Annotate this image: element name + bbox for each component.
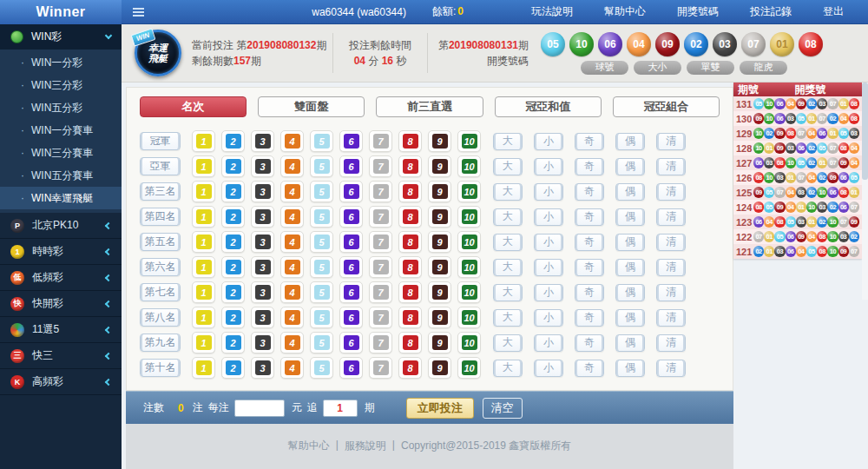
number-tile-button[interactable]: 8 [398, 281, 422, 303]
number-tile-button[interactable]: 3 [251, 256, 274, 278]
number-tile-button[interactable]: 10 [457, 206, 481, 228]
number-tile-button[interactable]: 1 [192, 256, 215, 278]
number-tile-button[interactable]: 3 [251, 307, 274, 328]
number-tile-button[interactable]: 1 [192, 155, 215, 177]
sidebar-section[interactable]: K高頻彩 [0, 369, 122, 395]
number-tile-button[interactable]: 5 [310, 256, 333, 278]
footer-service-link[interactable]: 服務說明 [345, 439, 386, 469]
number-tile-button[interactable]: 4 [280, 357, 304, 379]
number-tile-button[interactable]: 5 [310, 181, 333, 202]
number-tile-button[interactable]: 5 [310, 307, 333, 328]
option-button[interactable]: 小 [534, 133, 563, 150]
number-tile-button[interactable]: 7 [369, 256, 392, 278]
option-button[interactable]: 奇 [575, 259, 604, 276]
number-tile-button[interactable]: 5 [310, 231, 333, 253]
rank-label-button[interactable]: 冠軍 [140, 132, 181, 150]
sidebar-subitem[interactable]: ·WIN幸運飛艇 [0, 187, 122, 209]
topbar-link[interactable]: 投注記錄 [734, 5, 807, 17]
number-tile-button[interactable]: 9 [428, 256, 451, 278]
number-tile-button[interactable]: 3 [251, 357, 274, 379]
number-tile-button[interactable]: 5 [310, 130, 333, 152]
sidebar-section[interactable]: 1時時彩 [0, 239, 122, 265]
number-tile-button[interactable]: 10 [457, 307, 481, 328]
option-button[interactable]: 大 [493, 158, 523, 175]
number-tile-button[interactable]: 3 [251, 130, 274, 152]
number-tile-button[interactable]: 10 [457, 155, 481, 177]
number-tile-button[interactable]: 9 [428, 155, 451, 177]
rank-label-button[interactable]: 第十名 [140, 359, 181, 377]
number-tile-button[interactable]: 4 [280, 130, 304, 152]
topbar-link[interactable]: 登出 [807, 5, 859, 17]
number-tile-button[interactable]: 5 [310, 357, 333, 379]
option-button[interactable]: 偶 [615, 334, 645, 352]
number-tile-button[interactable]: 3 [251, 332, 274, 353]
bet-amount-input[interactable] [234, 400, 285, 417]
number-tile-button[interactable]: 2 [221, 155, 245, 177]
option-button[interactable]: 大 [493, 133, 523, 150]
option-button[interactable]: 大 [493, 334, 523, 352]
number-tile-button[interactable]: 7 [369, 332, 392, 353]
number-tile-button[interactable]: 10 [457, 281, 481, 303]
option-button[interactable]: 清 [656, 284, 686, 301]
option-button[interactable]: 偶 [615, 183, 645, 201]
sidebar-group-win[interactable]: WIN彩 [0, 24, 122, 50]
number-tile-button[interactable]: 7 [369, 357, 392, 379]
number-tile-button[interactable]: 2 [221, 256, 245, 278]
option-button[interactable]: 大 [493, 309, 523, 327]
number-tile-button[interactable]: 4 [280, 231, 304, 253]
number-tile-button[interactable]: 5 [310, 206, 333, 228]
rank-label-button[interactable]: 第六名 [140, 258, 181, 276]
topbar-link[interactable]: 玩法說明 [516, 5, 589, 17]
number-tile-button[interactable]: 8 [398, 181, 422, 202]
sidebar-section[interactable]: 低低頻彩 [0, 265, 122, 291]
number-tile-button[interactable]: 10 [457, 130, 481, 152]
option-button[interactable]: 偶 [615, 259, 645, 276]
number-tile-button[interactable]: 9 [428, 130, 451, 152]
number-tile-button[interactable]: 2 [221, 357, 245, 379]
number-tile-button[interactable]: 7 [369, 206, 392, 228]
hamburger-menu-icon[interactable] [133, 8, 144, 17]
option-button[interactable]: 奇 [575, 234, 604, 251]
rank-label-button[interactable]: 第五名 [140, 233, 181, 251]
number-tile-button[interactable]: 8 [398, 155, 422, 177]
number-tile-button[interactable]: 7 [369, 181, 392, 202]
option-button[interactable]: 偶 [615, 360, 645, 377]
option-button[interactable]: 偶 [615, 208, 645, 226]
option-button[interactable]: 大 [493, 259, 523, 276]
chase-periods-input[interactable] [323, 400, 358, 417]
option-button[interactable]: 清 [656, 183, 686, 201]
option-button[interactable]: 大 [493, 360, 523, 377]
number-tile-button[interactable]: 6 [339, 307, 363, 328]
number-tile-button[interactable]: 2 [221, 332, 245, 353]
tab-active[interactable]: 名次 [140, 96, 247, 117]
number-tile-button[interactable]: 9 [428, 206, 451, 228]
sidebar-subitem[interactable]: ·WIN五分賽車 [0, 164, 122, 187]
number-tile-button[interactable]: 4 [280, 332, 304, 353]
number-tile-button[interactable]: 9 [428, 357, 451, 379]
rank-label-button[interactable]: 亞軍 [140, 157, 181, 175]
option-button[interactable]: 偶 [615, 158, 645, 175]
option-button[interactable]: 奇 [575, 183, 604, 201]
number-tile-button[interactable]: 6 [339, 130, 363, 152]
number-tile-button[interactable]: 8 [398, 307, 422, 328]
sidebar-subitem[interactable]: ·WIN一分彩 [0, 51, 122, 74]
number-tile-button[interactable]: 9 [428, 332, 451, 353]
option-button[interactable]: 清 [656, 234, 686, 251]
number-tile-button[interactable]: 4 [280, 307, 304, 328]
number-tile-button[interactable]: 3 [251, 231, 274, 253]
number-tile-button[interactable]: 9 [428, 231, 451, 253]
tab-item[interactable]: 前三直選 [376, 96, 483, 117]
number-tile-button[interactable]: 9 [428, 307, 451, 328]
number-tile-button[interactable]: 1 [192, 130, 215, 152]
sidebar-subitem[interactable]: ·WIN三分彩 [0, 74, 122, 96]
number-tile-button[interactable]: 7 [369, 307, 392, 328]
scrollbar-track[interactable] [862, 83, 868, 300]
sidebar-section[interactable]: 三快三 [0, 343, 122, 369]
number-tile-button[interactable]: 3 [251, 155, 274, 177]
option-button[interactable]: 偶 [615, 284, 645, 301]
number-tile-button[interactable]: 6 [339, 256, 363, 278]
tab-item[interactable]: 冠亞組合 [613, 96, 720, 117]
topbar-link[interactable]: 幫助中心 [589, 5, 661, 17]
number-tile-button[interactable]: 7 [369, 155, 392, 177]
option-button[interactable]: 清 [656, 259, 686, 276]
